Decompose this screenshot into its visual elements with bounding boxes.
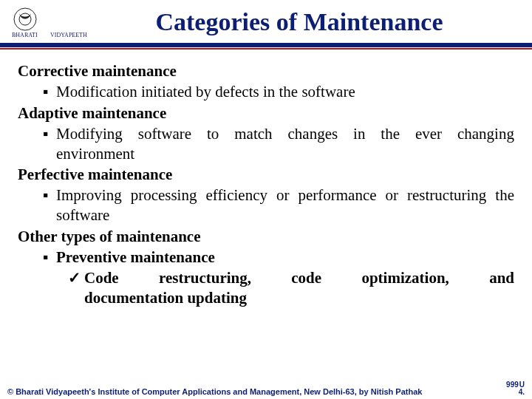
justified-line: Code restructuring, code optimization, a… (84, 268, 514, 288)
svg-text:BHARATI: BHARATI (12, 32, 38, 38)
bullet-corrective: ▪ Modification initiated by defects in t… (43, 82, 514, 102)
bullet-other: ▪ Preventive maintenance (43, 248, 514, 267)
footer-text: © Bharati Vidyapeeth's Institute of Comp… (7, 387, 506, 396)
svg-text:VIDYAPEETH: VIDYAPEETH (50, 32, 87, 38)
heading-corrective: Corrective maintenance (18, 61, 514, 81)
slide-content: Corrective maintenance ▪ Modification in… (0, 50, 532, 315)
slide-root: BHARATI VIDYAPEETH Categories of Mainten… (0, 0, 532, 399)
bullet-icon: ▪ (43, 82, 56, 102)
title-rule-blue (0, 43, 532, 47)
bullet-icon: ▪ (43, 124, 56, 164)
justified-line: Modifyingsoftwaretomatchchangesintheever… (56, 124, 514, 144)
check-text: Code restructuring, code optimization, a… (84, 268, 514, 308)
bullet-text: Modifyingsoftwaretomatchchangesintheever… (56, 124, 514, 164)
slide-footer: © Bharati Vidyapeeth's Institute of Comp… (0, 381, 532, 396)
bullet-adaptive: ▪ Modifyingsoftwaretomatchchangesintheev… (43, 124, 514, 164)
slide-title: Categories of Maintenance (89, 8, 525, 36)
bullet-icon: ▪ (43, 185, 56, 225)
bullet-text: Modification initiated by defects in the… (56, 82, 514, 102)
bullet-icon: ▪ (43, 248, 56, 267)
page-number: 999U 4. (506, 381, 525, 396)
heading-adaptive: Adaptive maintenance (18, 103, 514, 123)
org-logo: BHARATI VIDYAPEETH (7, 4, 89, 40)
slide-header: BHARATI VIDYAPEETH Categories of Mainten… (0, 0, 532, 43)
bullet-perfective: ▪ Improving processing efficiency or per… (43, 185, 514, 225)
check-item: ✓ Code restructuring, code optimization,… (68, 268, 514, 308)
heading-other: Other types of maintenance (18, 227, 514, 247)
bullet-text: Improving processing efficiency or perfo… (56, 185, 514, 225)
heading-perfective: Perfective maintenance (18, 165, 514, 185)
check-icon: ✓ (68, 268, 84, 308)
bullet-text: Preventive maintenance (56, 248, 514, 267)
